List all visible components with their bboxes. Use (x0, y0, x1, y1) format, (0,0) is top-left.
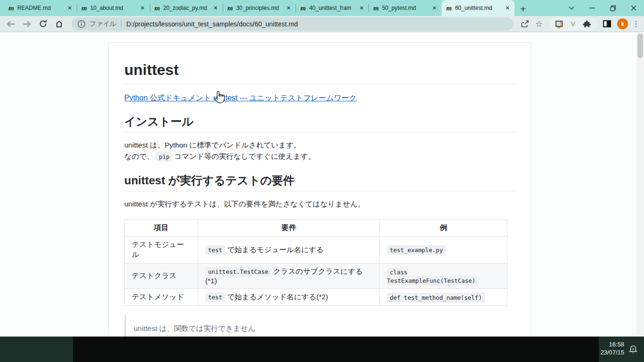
example-code: class TestExampleFunc(TestCase) (387, 267, 478, 286)
markdown-favicon-icon: m (154, 5, 160, 12)
cell-example: test_example.py (380, 237, 507, 263)
install-paragraph: unittest は、Python に標準でバンドルされています。 なので、 p… (124, 140, 515, 163)
background-window (73, 337, 599, 362)
tab-readme[interactable]: m README.md ✕ (4, 0, 77, 16)
col-header-example: 例 (380, 220, 507, 237)
extensions-puzzle-icon[interactable] (580, 17, 594, 31)
svg-text:z: z (632, 347, 634, 351)
req-text: で始まるメソッド名にする(*2) (225, 293, 328, 301)
tab-label: README.md (17, 5, 64, 11)
table-header-row: 項目 要件 例 (125, 220, 507, 237)
vue-devtools-extension-icon[interactable]: V (566, 17, 580, 31)
doc-link-paragraph: Python 公式ドキュメント unittest --- ユニットテストフレーム… (124, 92, 515, 104)
tab-close-icon[interactable]: ✕ (504, 4, 511, 12)
pinned-extensions: V (549, 17, 597, 31)
tab-label: 50_pytest.md (382, 5, 429, 11)
markdown-favicon-icon: m (8, 5, 14, 12)
tab-50-pytest[interactable]: m 50_pytest.md ✕ (369, 0, 442, 16)
tab-close-icon[interactable]: ✕ (212, 4, 219, 12)
scrollbar-thumb[interactable] (637, 33, 643, 58)
table-row: テストメソッド test で始まるメソッド名にする(*2) def test_m… (125, 289, 507, 306)
reload-button[interactable] (35, 17, 51, 31)
tab-label: 40_unittest_fram (309, 5, 356, 11)
tab-search-chevron-icon[interactable] (561, 0, 582, 16)
vertical-scrollbar[interactable] (636, 33, 644, 337)
markdown-viewer-extension-icon[interactable] (552, 17, 566, 31)
markdown-favicon-icon: m (227, 5, 233, 12)
requirements-heading: unittest が実行するテストの要件 (124, 173, 515, 191)
markdown-document: unittest Python 公式ドキュメント unittest --- ユニ… (108, 42, 531, 337)
home-button[interactable] (51, 17, 67, 31)
url-scheme-label: ファイル (89, 20, 116, 28)
example-code: test_example.py (387, 245, 446, 255)
minimize-button[interactable] (582, 0, 603, 16)
tab-close-icon[interactable]: ✕ (431, 4, 438, 12)
table-row: テストモジュール test で始まるモジュール名にする test_example… (125, 237, 507, 263)
tab-close-icon[interactable]: ✕ (66, 4, 73, 12)
tab-close-icon[interactable]: ✕ (285, 4, 292, 12)
table-row: テストクラス unittest.TestCase クラスのサブクラスにする(*1… (125, 263, 507, 289)
install-line2-post: コマンド等の実行なしですぐに使えます。 (172, 152, 315, 160)
tab-label: 60_unittest.md (455, 5, 502, 11)
tab-40-unittest-framework[interactable]: m 40_unittest_fram ✕ (296, 0, 369, 16)
windows-taskbar: 16:58 23/07/15 z (0, 337, 644, 362)
tab-label: 20_zodiac_py.md (163, 5, 210, 11)
tab-label: 30_principles.md (236, 5, 283, 11)
install-heading: インストール (124, 115, 515, 132)
clock-time: 16:58 (600, 340, 624, 348)
quote-line: unittest は、関数では実行できません (134, 323, 507, 334)
address-bar[interactable]: ファイル D:/projects/lessons/unit_test_sampl… (72, 17, 513, 31)
tab-strip: m README.md ✕ m 10_about.md ✕ m 20_zodia… (0, 0, 644, 16)
clock-date: 23/07/15 (600, 348, 624, 356)
cell-item: テストクラス (125, 263, 198, 289)
url-separator (121, 20, 121, 28)
new-tab-button[interactable]: + (520, 4, 526, 14)
note-blockquote: unittest は、関数では実行できません (*1) 可読性および pytes… (124, 315, 515, 337)
side-panel-icon[interactable] (600, 17, 614, 31)
install-line1: unittest は、Python に標準でバンドルされています。 (124, 141, 301, 149)
example-code: def test_method_name(self) (387, 293, 485, 303)
req-text: で始まるモジュール名にする (225, 246, 323, 254)
cell-item: テストメソッド (125, 289, 198, 306)
share-icon[interactable] (518, 17, 532, 31)
cell-requirement: test で始まるメソッド名にする(*2) (198, 289, 380, 306)
bookmark-star-icon[interactable]: ☆ (532, 17, 546, 31)
cell-requirement: test で始まるモジュール名にする (198, 237, 380, 263)
pip-code: pip (156, 152, 172, 162)
taskbar-clock[interactable]: 16:58 23/07/15 (600, 340, 624, 356)
cell-example: def test_method_name(self) (380, 289, 507, 306)
window-controls (561, 0, 644, 16)
chrome-menu-icon[interactable]: ⋮ (631, 19, 644, 28)
req-code: test (205, 292, 225, 302)
markdown-favicon-icon: m (373, 5, 379, 12)
tab-close-icon[interactable]: ✕ (358, 4, 365, 12)
tab-10-about[interactable]: m 10_about.md ✕ (77, 0, 150, 16)
requirements-table: 項目 要件 例 テストモジュール test で始まるモジュール名にする test… (124, 219, 507, 306)
back-button[interactable] (3, 17, 19, 31)
markdown-favicon-icon: m (300, 5, 306, 12)
info-icon[interactable] (77, 20, 86, 28)
tab-30-principles[interactable]: m 30_principles.md ✕ (223, 0, 296, 16)
notification-bell-icon[interactable]: z (628, 345, 638, 355)
page-title: unittest (124, 60, 515, 84)
markdown-favicon-icon: m (446, 5, 452, 12)
tab-60-unittest-active[interactable]: m 60_unittest.md ✕ (442, 0, 515, 16)
browser-toolbar: ファイル D:/projects/lessons/unit_test_sampl… (0, 16, 644, 32)
markdown-favicon-icon: m (81, 5, 87, 12)
restore-button[interactable] (603, 0, 623, 16)
toolbar-right: ☆ V k ⋮ (518, 17, 644, 31)
url-text[interactable]: D:/projects/lessons/unit_test_samples/do… (126, 20, 298, 28)
forward-button[interactable] (19, 17, 35, 31)
tab-close-icon[interactable]: ✕ (139, 4, 146, 12)
cell-example: class TestExampleFunc(TestCase) (380, 263, 507, 289)
req-code: test (205, 245, 225, 255)
cell-item: テストモジュール (125, 237, 198, 263)
python-docs-link[interactable]: Python 公式ドキュメント unittest --- ユニットテストフレーム… (124, 94, 357, 102)
profile-avatar[interactable]: k (617, 18, 628, 29)
tab-20-zodiac-py[interactable]: m 20_zodiac_py.md ✕ (150, 0, 223, 16)
cell-requirement: unittest.TestCase クラスのサブクラスにする(*1) (198, 263, 380, 289)
req-code: unittest.TestCase (205, 267, 271, 277)
close-window-button[interactable] (623, 0, 644, 16)
install-line2-pre: なので、 (124, 152, 156, 160)
col-header-item: 項目 (125, 220, 198, 237)
